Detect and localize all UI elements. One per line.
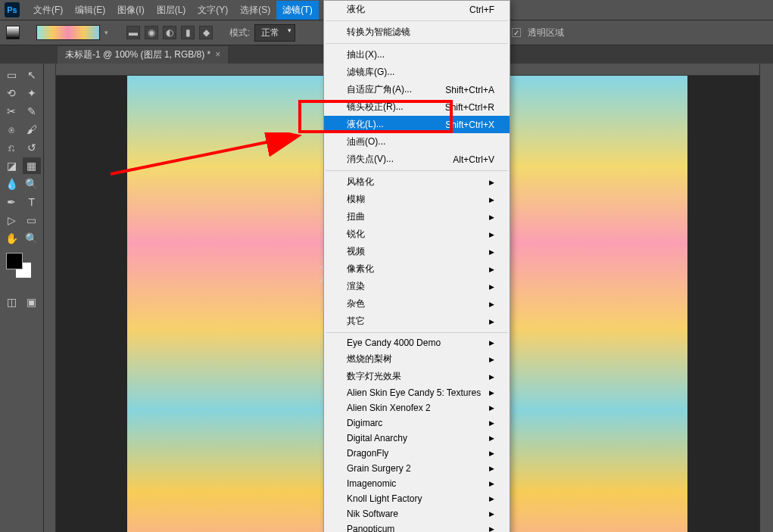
type-tool-icon[interactable]: T (23, 194, 41, 210)
history-brush-tool-icon[interactable]: ↺ (23, 139, 41, 156)
menu-edit[interactable]: 编辑(E) (69, 1, 111, 20)
submenu-arrow-icon: ▶ (489, 248, 494, 256)
menu-separator (326, 20, 508, 21)
menu-item-knoll[interactable]: Knoll Light Factory▶ (324, 491, 510, 506)
stamp-tool-icon[interactable]: ⎌ (2, 139, 20, 156)
eyedropper-tool-icon[interactable]: ✎ (23, 103, 41, 120)
eraser-tool-icon[interactable]: ◪ (2, 157, 20, 174)
menu-item-filter-gallery[interactable]: 滤镜库(G)... (324, 64, 510, 81)
gradient-tool-icon[interactable]: ▦ (23, 157, 41, 174)
transparent-checkbox[interactable]: ✓ (512, 28, 521, 37)
gradient-tool-icon[interactable] (6, 26, 20, 39)
menu-layer[interactable]: 图层(L) (151, 1, 192, 20)
menu-item-eye-candy[interactable]: Eye Candy 4000 Demo▶ (324, 335, 510, 350)
submenu-arrow-icon: ▶ (489, 231, 494, 238)
close-tab-icon[interactable]: × (215, 49, 220, 60)
submenu-arrow-icon: ▶ (489, 283, 494, 291)
path-select-tool-icon[interactable]: ▷ (2, 212, 20, 229)
menu-item-convert-smart[interactable]: 转换为智能滤镜 (324, 23, 510, 41)
blur-tool-icon[interactable]: 💧 (2, 176, 20, 192)
menu-item-video[interactable]: 视频▶ (324, 243, 510, 260)
gradient-radial-icon[interactable]: ◉ (145, 26, 158, 39)
submenu-arrow-icon: ▶ (489, 213, 494, 221)
menu-item-digital-anarchy[interactable]: Digital Anarchy▶ (324, 431, 510, 446)
menu-item-adaptive-wide[interactable]: 自适应广角(A)...Shift+Ctrl+A (324, 81, 510, 98)
ps-logo: Ps (5, 2, 20, 17)
menu-item-vanishing[interactable]: 消失点(V)...Alt+Ctrl+V (324, 151, 510, 168)
dodge-tool-icon[interactable]: 🔍 (23, 176, 41, 192)
menu-separator (326, 332, 508, 333)
menu-image[interactable]: 图像(I) (111, 1, 150, 20)
menu-item-noise[interactable]: 杂色▶ (324, 295, 510, 313)
menu-item-lens-correct[interactable]: 镜头校正(R)...Shift+Ctrl+R (324, 98, 510, 116)
mode-dropdown[interactable]: 正常 (254, 24, 295, 42)
menu-item-blur[interactable]: 模糊▶ (324, 191, 510, 208)
menu-item-extract[interactable]: 抽出(X)... (324, 46, 510, 64)
submenu-arrow-icon: ▶ (489, 300, 494, 308)
right-panel-edge (759, 64, 773, 532)
menu-item-digimarc[interactable]: Digimarc▶ (324, 415, 510, 431)
menu-item-dragonfly[interactable]: DragonFly▶ (324, 446, 510, 461)
submenu-arrow-icon: ▶ (489, 510, 494, 518)
menu-item-other[interactable]: 其它▶ (324, 313, 510, 330)
submenu-arrow-icon: ▶ (489, 356, 494, 363)
zoom-tool-icon[interactable]: 🔍 (23, 230, 41, 247)
menu-type[interactable]: 文字(Y) (192, 1, 234, 20)
menu-separator (326, 43, 508, 44)
submenu-arrow-icon: ▶ (489, 373, 494, 381)
menu-item-liquify[interactable]: 液化(L)...Shift+Ctrl+X (324, 116, 510, 133)
menu-item-alien-xenofex[interactable]: Alien Skin Xenofex 2▶ (324, 400, 510, 415)
ruler-vertical (44, 64, 56, 532)
magic-wand-tool-icon[interactable]: ✦ (23, 85, 41, 101)
submenu-arrow-icon: ▶ (489, 525, 494, 532)
submenu-arrow-icon: ▶ (489, 318, 494, 325)
menu-item-liquify-repeat[interactable]: 液化Ctrl+F (324, 1, 510, 18)
gradient-linear-icon[interactable]: ▬ (126, 26, 140, 39)
menu-item-distort[interactable]: 扭曲▶ (324, 208, 510, 226)
menu-separator (326, 170, 508, 171)
foreground-color-swatch[interactable] (6, 253, 23, 269)
submenu-arrow-icon: ▶ (489, 339, 494, 347)
menu-item-oil-paint[interactable]: 油画(O)... (324, 133, 510, 151)
menu-item-burning-pear[interactable]: 燃烧的梨树▶ (324, 350, 510, 368)
document-tab-title: 未标题-1 @ 100% (图层 1, RGB/8) * (65, 48, 210, 61)
menu-item-pixelate[interactable]: 像素化▶ (324, 260, 510, 278)
brush-tool-icon[interactable]: 🖌 (23, 121, 41, 138)
arrow-tool-icon[interactable]: ↖ (23, 67, 41, 83)
submenu-arrow-icon: ▶ (489, 389, 494, 397)
gradient-angle-icon[interactable]: ◐ (163, 26, 176, 39)
menu-item-imagenomic[interactable]: Imagenomic▶ (324, 476, 510, 491)
submenu-arrow-icon: ▶ (489, 419, 494, 427)
menu-item-sharpen[interactable]: 锐化▶ (324, 226, 510, 243)
menu-item-panopticum[interactable]: Panopticum▶ (324, 521, 510, 532)
mode-label: 模式: (229, 26, 250, 39)
healing-tool-icon[interactable]: ⍟ (2, 121, 20, 138)
gradient-diamond-icon[interactable]: ◆ (199, 26, 213, 39)
screenmode-icon[interactable]: ▣ (23, 294, 41, 310)
menu-item-stylize[interactable]: 风格化▶ (324, 173, 510, 191)
submenu-arrow-icon: ▶ (489, 465, 494, 472)
gradient-reflected-icon[interactable]: ▮ (181, 26, 195, 39)
menu-item-grain-surgery[interactable]: Grain Surgery 2▶ (324, 461, 510, 476)
shape-tool-icon[interactable]: ▭ (23, 212, 41, 229)
lasso-tool-icon[interactable]: ⟲ (2, 85, 20, 101)
submenu-arrow-icon: ▶ (489, 495, 494, 502)
submenu-arrow-icon: ▶ (489, 266, 494, 273)
menu-item-render[interactable]: 渲染▶ (324, 278, 510, 295)
move-tool-icon[interactable]: ▭ (2, 67, 20, 83)
menu-item-alien-textures[interactable]: Alien Skin Eye Candy 5: Textures▶ (324, 385, 510, 400)
hand-tool-icon[interactable]: ✋ (2, 230, 20, 247)
crop-tool-icon[interactable]: ✂ (2, 103, 20, 120)
pen-tool-icon[interactable]: ✒ (2, 194, 20, 210)
menu-item-nik[interactable]: Nik Software▶ (324, 506, 510, 521)
menu-item-digital-light[interactable]: 数字灯光效果▶ (324, 368, 510, 385)
menu-select[interactable]: 选择(S) (234, 1, 276, 20)
gradient-preview[interactable] (36, 25, 100, 40)
tools-panel: ▭↖ ⟲✦ ✂✎ ⍟🖌 ⎌↺ ◪▦ 💧🔍 ✒T ▷▭ ✋🔍 ◫▣ (0, 64, 44, 532)
menu-file[interactable]: 文件(F) (27, 1, 69, 20)
submenu-arrow-icon: ▶ (489, 179, 494, 186)
document-tab[interactable]: 未标题-1 @ 100% (图层 1, RGB/8) * × (58, 46, 228, 64)
quickmask-icon[interactable]: ◫ (2, 294, 20, 310)
menu-filter[interactable]: 滤镜(T) (276, 1, 318, 20)
submenu-arrow-icon: ▶ (489, 480, 494, 487)
